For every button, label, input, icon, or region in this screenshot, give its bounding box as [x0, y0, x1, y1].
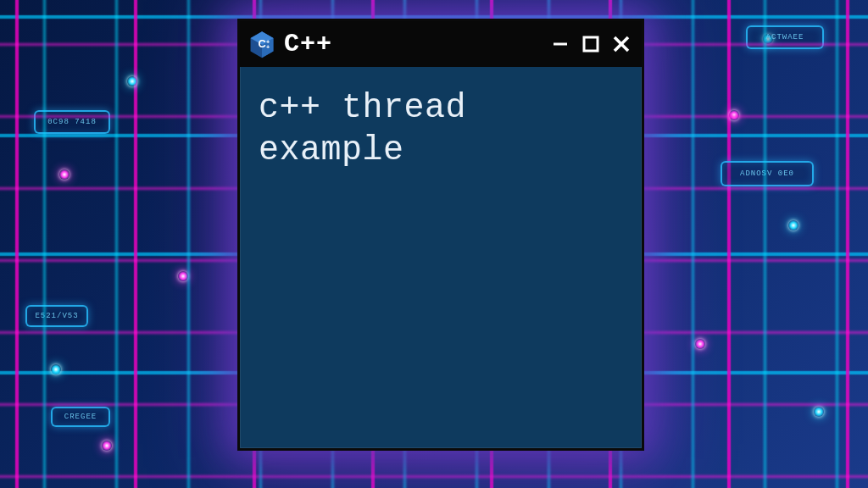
app-window: C + + C++ c++: [237, 19, 644, 451]
maximize-button[interactable]: [579, 32, 603, 56]
minimize-button[interactable]: [548, 32, 572, 56]
close-icon: [611, 34, 632, 54]
titlebar[interactable]: C + + C++: [240, 21, 642, 67]
svg-text:C: C: [258, 37, 265, 50]
window-content-text: c++ thread example: [240, 67, 642, 192]
svg-rect-7: [584, 37, 598, 51]
cpp-logo-icon: C + +: [247, 29, 277, 59]
close-button[interactable]: [609, 32, 633, 56]
svg-text:+: +: [266, 44, 270, 50]
window-title: C++: [284, 30, 542, 58]
window-controls: [548, 32, 633, 56]
minimize-icon: [551, 35, 570, 53]
maximize-icon: [581, 35, 600, 53]
